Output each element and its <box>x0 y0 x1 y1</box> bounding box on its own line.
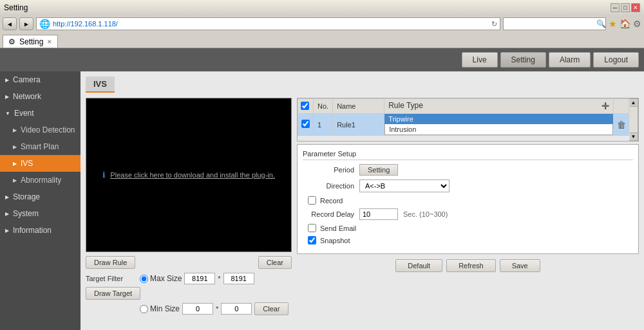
info-icon: ℹ <box>102 170 106 179</box>
row-name: Rule1 <box>333 114 384 136</box>
refresh-button[interactable]: Refresh <box>446 259 496 272</box>
save-button[interactable]: Save <box>500 259 540 272</box>
rules-table: No. Name Rule Type ✛ <box>298 98 629 136</box>
sidebar-item-camera[interactable]: ▶ Camera <box>0 71 80 88</box>
nav-bar: ◄ ► 🌐 ↻ 🔍 ★ 🏠 ⚙ <box>0 15 644 32</box>
sidebar-item-smart-plan[interactable]: ▶ Smart Plan <box>0 138 80 155</box>
snapshot-checkbox[interactable] <box>308 236 316 244</box>
ivs-arrow-icon: ▶ <box>13 161 17 167</box>
col-rule-type: Rule Type ✛ <box>384 99 614 114</box>
sidebar: ▶ Camera ▶ Network ▼ Event ▶ Video Detec… <box>0 71 80 330</box>
dropdown-option-intrusion[interactable]: Intrusion <box>384 124 613 135</box>
clear-main-button[interactable]: Clear <box>258 256 292 269</box>
max-size-radio[interactable] <box>140 275 148 283</box>
search-input[interactable] <box>506 20 595 28</box>
sidebar-item-information[interactable]: ▶ Information <box>0 222 80 239</box>
send-email-row: Send Email <box>303 224 633 232</box>
sidebar-item-system[interactable]: ▶ System <box>0 205 80 222</box>
search-icon[interactable]: 🔍 <box>596 19 606 28</box>
rules-table-scroll: No. Name Rule Type ✛ <box>298 98 629 141</box>
smart-plan-arrow-icon: ▶ <box>13 144 17 150</box>
record-delay-row: Record Delay Sec. (10~300) <box>303 208 633 220</box>
page-area: ▶ Camera ▶ Network ▼ Event ▶ Video Detec… <box>0 71 644 330</box>
address-input[interactable] <box>53 20 489 28</box>
max-size-radio-label[interactable]: Max Size <box>140 274 182 283</box>
select-all-checkbox[interactable] <box>301 102 309 110</box>
add-rule-button[interactable]: ✛ <box>601 101 609 111</box>
rule-type-dropdown[interactable]: Tripwire Intrusion <box>384 114 613 135</box>
min-size-radio-label[interactable]: Min Size <box>140 304 180 313</box>
clear-filter-button[interactable]: Clear <box>254 302 288 315</box>
storage-arrow-icon: ▶ <box>5 194 9 200</box>
sidebar-item-storage[interactable]: ▶ Storage <box>0 188 80 205</box>
min-size-row: Min Size * Clear <box>86 302 292 315</box>
multiply-icon-min: * <box>216 305 218 313</box>
network-arrow-icon: ▶ <box>5 94 9 100</box>
alarm-button[interactable]: Alarm <box>549 52 591 68</box>
favorites-icon[interactable]: ★ <box>609 19 617 29</box>
period-label: Period <box>303 166 354 174</box>
settings-icon[interactable]: ⚙ <box>633 19 641 29</box>
record-checkbox[interactable] <box>308 196 316 205</box>
video-button-row: Draw Rule Clear <box>86 256 292 269</box>
close-button[interactable]: ✕ <box>631 3 640 12</box>
max-height-input[interactable] <box>223 273 254 284</box>
content-body: ℹ Please click here to download and inst… <box>86 98 639 318</box>
draw-rule-button[interactable]: Draw Rule <box>86 256 135 269</box>
min-size-label: Min Size <box>150 304 180 313</box>
min-height-input[interactable] <box>221 303 252 315</box>
title-bar-left: Setting <box>4 3 28 12</box>
title-bar-title: Setting <box>4 3 28 12</box>
sidebar-item-abnormality[interactable]: ▶ Abnormality <box>0 172 80 188</box>
record-row: Record <box>303 196 633 205</box>
top-navigation: Live Setting Alarm Logout <box>0 48 644 71</box>
maximize-button[interactable]: □ <box>621 3 630 12</box>
live-button[interactable]: Live <box>462 52 498 68</box>
back-button[interactable]: ◄ <box>3 17 17 30</box>
home-icon[interactable]: 🏠 <box>620 19 630 29</box>
tab-bar: ⚙ Setting ✕ <box>0 32 644 48</box>
direction-row: Direction A->B B->A A<->B <box>303 179 633 192</box>
scroll-up-button[interactable]: ▲ <box>630 99 638 107</box>
parameter-setup-panel: Parameter Setup Period Setting Direction… <box>297 144 639 254</box>
sidebar-item-video-detection[interactable]: ▶ Video Detection <box>0 122 80 138</box>
record-delay-input[interactable] <box>359 208 398 220</box>
address-bar: 🌐 ↻ <box>36 17 500 30</box>
min-width-input[interactable] <box>182 303 213 315</box>
sidebar-label-video-detection: Video Detection <box>21 125 75 134</box>
target-filter-label: Target Filter <box>86 275 137 282</box>
sidebar-item-event[interactable]: ▼ Event <box>0 105 80 122</box>
min-size-radio[interactable] <box>140 305 148 313</box>
sidebar-label-system: System <box>13 209 39 218</box>
period-row: Period Setting <box>303 164 633 176</box>
scroll-down-button[interactable]: ▼ <box>630 133 638 140</box>
active-tab[interactable]: ⚙ Setting ✕ <box>3 35 58 48</box>
tab-close-button[interactable]: ✕ <box>47 39 52 45</box>
minimize-button[interactable]: ─ <box>611 3 620 12</box>
video-placeholder-text[interactable]: Please click here to download and instal… <box>110 171 275 179</box>
col-no: No. <box>314 99 333 114</box>
direction-select[interactable]: A->B B->A A<->B <box>359 179 450 192</box>
default-button[interactable]: Default <box>395 259 442 272</box>
tab-icon: ⚙ <box>8 37 15 46</box>
send-email-checkbox[interactable] <box>308 224 316 232</box>
delete-rule-button[interactable]: 🗑 <box>617 120 626 130</box>
setting-button[interactable]: Setting <box>500 52 546 68</box>
forward-button[interactable]: ► <box>19 17 33 30</box>
row-checkbox[interactable] <box>301 120 310 128</box>
sidebar-item-network[interactable]: ▶ Network <box>0 88 80 105</box>
logout-button[interactable]: Logout <box>593 52 639 68</box>
refresh-icon[interactable]: ↻ <box>491 20 497 28</box>
main-content: IVS ℹ Please click here to download and … <box>80 71 644 330</box>
video-placeholder[interactable]: ℹ Please click here to download and inst… <box>102 170 275 179</box>
max-size-label: Max Size <box>150 274 182 283</box>
record-delay-label: Record Delay <box>303 210 354 218</box>
video-detection-arrow-icon: ▶ <box>13 127 17 133</box>
sidebar-label-storage: Storage <box>13 192 40 201</box>
max-width-input[interactable] <box>184 273 215 284</box>
draw-target-button[interactable]: Draw Target <box>86 287 140 300</box>
sidebar-item-ivs[interactable]: ▶ IVS <box>0 155 80 172</box>
dropdown-selected[interactable]: Tripwire <box>384 114 613 124</box>
table-row: 1 Rule1 Tripwire Intrusion <box>298 114 629 136</box>
period-setting-button[interactable]: Setting <box>359 164 398 176</box>
